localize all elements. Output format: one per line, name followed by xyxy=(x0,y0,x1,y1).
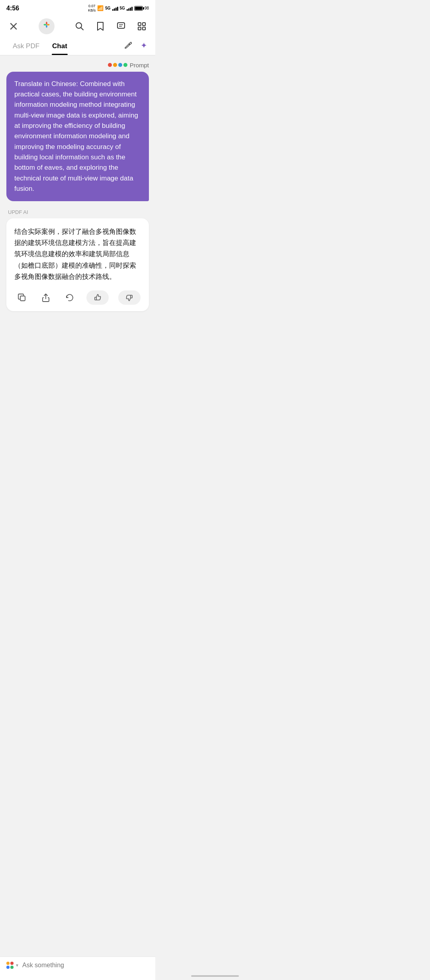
app-logo xyxy=(39,18,55,34)
tab-ask-pdf[interactable]: Ask PDF xyxy=(6,37,46,55)
svg-text:✦: ✦ xyxy=(141,41,147,50)
thumbs-down-button[interactable] xyxy=(118,290,141,305)
svg-rect-12 xyxy=(20,296,25,301)
close-button[interactable] xyxy=(6,19,21,33)
share-button[interactable] xyxy=(39,290,53,305)
signal-5g-2: 5G xyxy=(120,6,125,10)
sparkle-icon[interactable]: ✦ xyxy=(139,40,149,52)
ai-label: UPDF AI xyxy=(6,209,149,215)
chat-area: Prompt Translate in Chinese: Combined wi… xyxy=(0,55,155,318)
thumbs-up-button[interactable] xyxy=(86,290,109,305)
ai-response-text: 结合实际案例，探讨了融合多视角图像数据的建筑环境信息建模方法，旨在提高建筑环境信… xyxy=(14,226,141,282)
battery-level: 98 xyxy=(145,6,149,10)
svg-rect-4 xyxy=(117,23,125,28)
nav-bar xyxy=(0,15,155,37)
signal-bars-2 xyxy=(127,6,133,11)
dot-orange xyxy=(113,63,117,67)
svg-rect-8 xyxy=(143,23,145,25)
network-speed: 0.07 KB/s xyxy=(88,4,96,13)
user-message-bubble: Translate in Chinese: Combined with prac… xyxy=(6,72,149,202)
bookmark-button[interactable] xyxy=(93,19,108,33)
tab-chat[interactable]: Chat xyxy=(46,37,74,55)
search-button[interactable] xyxy=(72,19,87,33)
battery-icon xyxy=(134,6,143,11)
prompt-label: Prompt xyxy=(6,62,149,69)
brush-icon[interactable] xyxy=(123,41,132,51)
network-icon: 📶 xyxy=(97,5,104,11)
status-time: 4:56 xyxy=(6,5,19,12)
dot-red xyxy=(108,63,112,67)
dot-blue xyxy=(118,63,122,67)
tab-bar: Ask PDF Chat ✦ xyxy=(0,37,155,55)
status-right: 0.07 KB/s 📶 5G 5G 98 xyxy=(88,4,149,13)
prompt-dots xyxy=(108,63,127,67)
dot-green xyxy=(123,63,127,67)
ai-action-bar xyxy=(14,290,141,305)
svg-rect-10 xyxy=(143,27,145,30)
svg-rect-7 xyxy=(138,23,141,25)
svg-line-3 xyxy=(81,27,84,30)
status-bar: 4:56 0.07 KB/s 📶 5G 5G 98 xyxy=(0,0,155,15)
user-message-text: Translate in Chinese: Combined with prac… xyxy=(14,80,138,192)
nav-icons-right xyxy=(72,19,149,33)
ai-response-bubble: 结合实际案例，探讨了融合多视角图像数据的建筑环境信息建模方法，旨在提高建筑环境信… xyxy=(6,218,149,311)
tab-toolbar: ✦ xyxy=(123,40,149,52)
copy-button[interactable] xyxy=(15,290,29,305)
svg-rect-9 xyxy=(138,27,141,30)
prompt-text: Prompt xyxy=(130,62,149,69)
refresh-button[interactable] xyxy=(63,290,77,305)
signal-bars-1 xyxy=(112,6,118,11)
grid-button[interactable] xyxy=(135,19,149,33)
signal-5g-1: 5G xyxy=(105,6,110,10)
chat-button[interactable] xyxy=(114,19,128,33)
